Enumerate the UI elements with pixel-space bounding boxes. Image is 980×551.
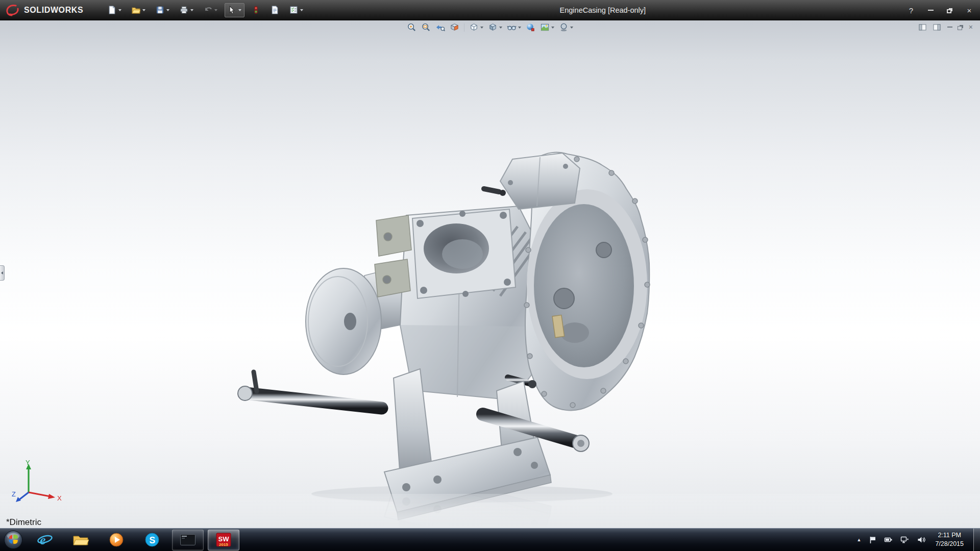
svg-text:2015: 2015 bbox=[219, 542, 228, 547]
dropdown-arrow-icon[interactable] bbox=[499, 27, 502, 29]
dropdown-arrow-icon[interactable] bbox=[238, 9, 241, 11]
taskbar-item-app-window[interactable] bbox=[172, 530, 204, 550]
new-document-button[interactable] bbox=[105, 3, 125, 17]
start-button[interactable] bbox=[3, 529, 24, 550]
options-icon bbox=[289, 6, 298, 14]
pane-left-button[interactable] bbox=[919, 24, 926, 31]
restore-icon bbox=[947, 9, 951, 13]
heads-up-view-toolbar bbox=[405, 21, 575, 33]
z-axis-label: Z bbox=[12, 490, 16, 498]
dropdown-arrow-icon[interactable] bbox=[190, 9, 193, 11]
view-orientation-button[interactable] bbox=[468, 21, 485, 33]
document-title: EngineCasing [Read-only] bbox=[560, 6, 646, 14]
zoom-to-area-icon bbox=[421, 22, 431, 32]
taskbar-item-media-player[interactable] bbox=[101, 530, 132, 550]
hide-show-items-button[interactable] bbox=[505, 21, 523, 33]
volume-icon[interactable] bbox=[917, 536, 925, 544]
zoom-to-fit-button[interactable] bbox=[405, 21, 418, 33]
open-folder-icon bbox=[132, 6, 140, 14]
view-settings-button[interactable] bbox=[557, 21, 575, 33]
edit-appearance-button[interactable] bbox=[524, 21, 537, 33]
solidworks-logo: SOLIDWORKS bbox=[5, 4, 83, 16]
restore-button[interactable] bbox=[946, 6, 953, 14]
solidworks-logo-text: SOLIDWORKS bbox=[24, 6, 83, 15]
zoom-to-fit-icon bbox=[407, 22, 416, 32]
apply-scene-icon bbox=[540, 22, 550, 32]
document-minimize-button[interactable] bbox=[947, 27, 952, 28]
open-button[interactable] bbox=[129, 3, 149, 17]
file-properties-icon bbox=[271, 6, 279, 14]
previous-view-button[interactable] bbox=[434, 21, 447, 33]
undo-button[interactable] bbox=[201, 3, 220, 17]
dropdown-arrow-icon[interactable] bbox=[518, 27, 521, 29]
x-axis-label: X bbox=[57, 494, 62, 502]
cylinder-bore-flange bbox=[412, 209, 516, 298]
shaft-rod-left bbox=[238, 372, 382, 408]
system-tray: ▲ bbox=[856, 529, 980, 551]
dropdown-arrow-icon[interactable] bbox=[118, 9, 121, 11]
section-view-icon bbox=[450, 22, 459, 32]
dropdown-arrow-icon[interactable] bbox=[570, 27, 573, 29]
rebuild-icon bbox=[252, 6, 260, 14]
engine-casing-3d-model[interactable] bbox=[0, 20, 980, 528]
y-axis-label: Y bbox=[26, 459, 30, 466]
svg-text:SW: SW bbox=[218, 535, 230, 543]
options-button[interactable] bbox=[286, 3, 306, 17]
taskbar-item-skype[interactable]: S bbox=[136, 530, 168, 550]
dropdown-arrow-icon[interactable] bbox=[551, 27, 554, 29]
tray-expand-button[interactable]: ▲ bbox=[856, 537, 861, 542]
display-style-icon bbox=[488, 22, 498, 32]
battery-icon[interactable] bbox=[884, 536, 893, 544]
toolbar-separator bbox=[464, 23, 464, 32]
file-properties-button[interactable] bbox=[267, 3, 282, 17]
taskbar-items: e bbox=[27, 529, 241, 551]
minimize-icon bbox=[928, 10, 934, 11]
skype-icon: S bbox=[144, 532, 160, 547]
windows-start-orb-icon bbox=[4, 530, 23, 549]
solidworks-app-icon: SW 2015 bbox=[215, 532, 232, 547]
select-arrow-icon bbox=[228, 6, 236, 14]
help-button[interactable]: ? bbox=[908, 6, 915, 14]
rebuild-button[interactable] bbox=[249, 3, 263, 17]
dropdown-arrow-icon[interactable] bbox=[480, 27, 483, 29]
clock[interactable]: 2:11 PM 7/28/2015 bbox=[935, 531, 964, 548]
minimize-button[interactable] bbox=[927, 6, 934, 14]
clock-date: 7/28/2015 bbox=[935, 540, 964, 548]
document-close-button[interactable]: × bbox=[969, 23, 973, 31]
print-icon bbox=[180, 6, 188, 14]
titlebar: SOLIDWORKS bbox=[0, 0, 980, 20]
zoom-to-area-button[interactable] bbox=[420, 21, 432, 33]
graphics-viewport[interactable]: × Y X Z *Dimetric bbox=[0, 20, 980, 528]
dropdown-arrow-icon[interactable] bbox=[142, 9, 145, 11]
feature-tree-collapse-handle[interactable] bbox=[0, 265, 5, 281]
taskbar: e bbox=[0, 528, 980, 551]
view-orientation-cube-icon bbox=[469, 22, 479, 32]
save-button[interactable] bbox=[153, 3, 173, 17]
dropdown-arrow-icon[interactable] bbox=[166, 9, 169, 11]
network-icon[interactable] bbox=[900, 536, 909, 544]
restore-icon bbox=[958, 26, 962, 30]
minimize-icon bbox=[947, 27, 952, 28]
document-window-controls: × bbox=[919, 23, 973, 31]
pane-right-button[interactable] bbox=[933, 24, 941, 31]
close-button[interactable]: × bbox=[966, 6, 973, 14]
show-desktop-button[interactable] bbox=[973, 529, 980, 551]
display-style-button[interactable] bbox=[486, 21, 504, 33]
view-orientation-label: *Dimetric bbox=[6, 517, 41, 528]
clock-time: 2:11 PM bbox=[935, 531, 964, 540]
new-document-icon bbox=[108, 6, 116, 14]
apply-scene-button[interactable] bbox=[538, 21, 556, 33]
svg-text:e: e bbox=[40, 533, 46, 547]
taskbar-item-solidworks[interactable]: SW 2015 bbox=[208, 530, 239, 550]
taskbar-item-windows-explorer[interactable] bbox=[65, 530, 96, 550]
document-restore-button[interactable] bbox=[959, 24, 962, 30]
select-tool-button[interactable] bbox=[225, 3, 244, 17]
taskbar-item-internet-explorer[interactable]: e bbox=[29, 530, 61, 550]
dropdown-arrow-icon[interactable] bbox=[214, 9, 217, 11]
undo-icon bbox=[204, 6, 212, 14]
dropdown-arrow-icon[interactable] bbox=[300, 9, 303, 11]
window-controls: ? × bbox=[908, 0, 973, 20]
section-view-button[interactable] bbox=[448, 21, 461, 33]
action-center-flag-icon[interactable] bbox=[869, 536, 876, 544]
print-button[interactable] bbox=[177, 3, 197, 17]
